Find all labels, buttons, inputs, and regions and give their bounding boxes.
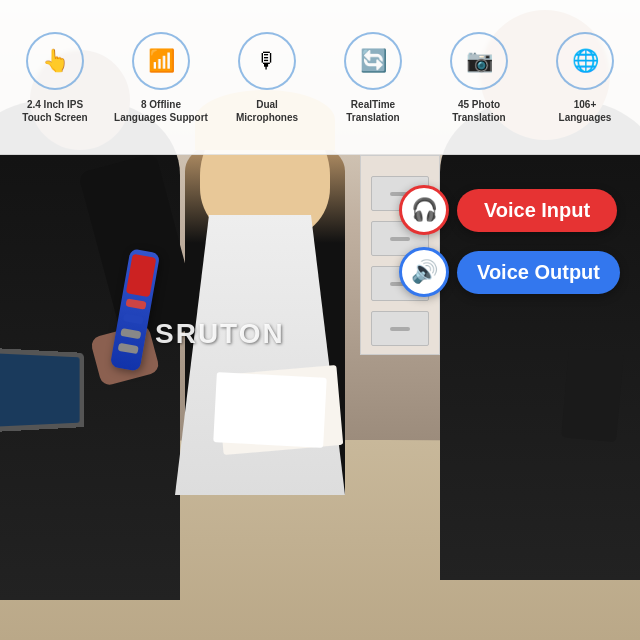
feature-label-touch-screen: 2.4 Inch IPS Touch Screen: [22, 98, 87, 124]
voice-input-label: Voice Input: [457, 189, 617, 232]
device-button-1: [125, 298, 146, 309]
feature-label-realtime-translation: RealTime Translation: [346, 98, 399, 124]
voice-output-icon: 🔊: [399, 247, 449, 297]
cabinet-drawer-4: [371, 311, 429, 346]
brand-name: SRUTON: [155, 318, 285, 350]
feature-icon-photo-translation: 📷: [450, 32, 508, 90]
papers-2: [213, 372, 327, 448]
feature-icon-languages: 🌐: [556, 32, 614, 90]
voice-output-label: Voice Output: [457, 251, 620, 294]
feature-label-languages: 106+ Languages: [559, 98, 612, 124]
feature-label-microphones: Dual Microphones: [236, 98, 298, 124]
voice-input-icon: 🎧: [399, 185, 449, 235]
voice-input-badge: 🎧 Voice Input: [399, 185, 620, 235]
laptop: [0, 347, 84, 434]
device-button-3: [120, 328, 141, 339]
feature-icon-realtime-translation: 🔄: [344, 32, 402, 90]
feature-item-languages: 🌐106+ Languages: [532, 32, 638, 124]
voice-output-badge: 🔊 Voice Output: [399, 247, 620, 297]
feature-item-touch-screen: 👆2.4 Inch IPS Touch Screen: [2, 32, 108, 124]
feature-icon-touch-screen: 👆: [26, 32, 84, 90]
phone: [561, 348, 624, 442]
device-screen: [126, 254, 157, 298]
laptop-screen: [0, 352, 80, 427]
feature-label-languages-support: 8 Offline Languages Support: [114, 98, 208, 124]
device-button-4: [118, 343, 139, 354]
feature-item-photo-translation: 📷45 Photo Translation: [426, 32, 532, 124]
device-button-2: [123, 313, 144, 324]
feature-item-realtime-translation: 🔄RealTime Translation: [320, 32, 426, 124]
feature-item-languages-support: 📶8 Offline Languages Support: [108, 32, 214, 124]
voice-badges: 🎧 Voice Input 🔊 Voice Output: [399, 185, 620, 297]
feature-item-microphones: 🎙Dual Microphones: [214, 32, 320, 124]
feature-icon-microphones: 🎙: [238, 32, 296, 90]
person-right-body: [440, 100, 640, 580]
feature-icon-languages-support: 📶: [132, 32, 190, 90]
feature-label-photo-translation: 45 Photo Translation: [452, 98, 505, 124]
cabinet-drawer-handle-4: [390, 327, 410, 331]
